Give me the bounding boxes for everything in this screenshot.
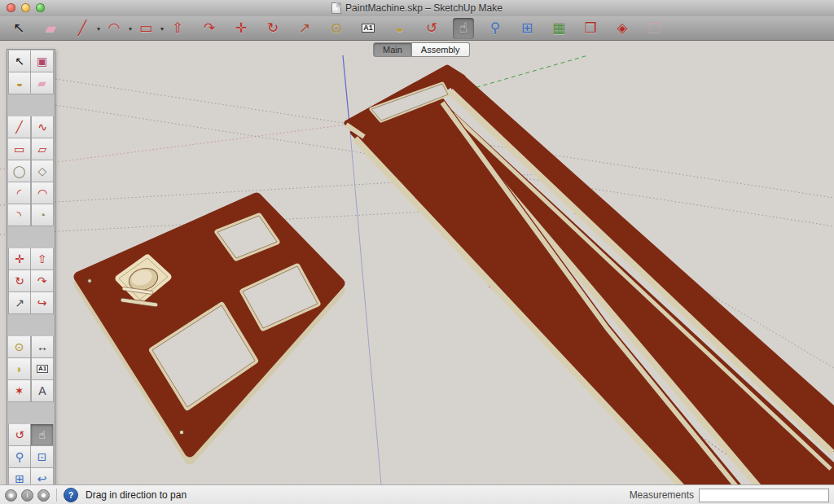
document-icon <box>331 2 341 14</box>
select-icon: ↖ <box>15 55 24 67</box>
text-icon: A1 <box>37 365 48 373</box>
rotate-button[interactable]: ↻ <box>262 18 283 39</box>
pie-tool[interactable]: ◔ <box>31 204 54 226</box>
geolocation-icon[interactable]: ◉ <box>5 489 17 502</box>
get-models-button[interactable]: ❒ <box>580 18 601 39</box>
get-models-icon: ❒ <box>584 21 596 35</box>
add-location-button[interactable]: ▦ <box>548 18 569 39</box>
zoom-window-tool[interactable]: ⊡ <box>31 446 54 468</box>
paint-bucket-icon: ◒ <box>396 21 404 35</box>
polygon-tool[interactable]: ◇ <box>31 160 54 182</box>
left-plate-part[interactable] <box>79 198 340 459</box>
scene-tabs: Main Assembly <box>373 42 470 57</box>
rotate-icon: ↻ <box>267 21 279 35</box>
tape-measure-icon: ⊙ <box>15 341 24 353</box>
scale-icon: ↗ <box>299 21 310 35</box>
model-info-icon[interactable]: i <box>21 489 33 502</box>
status-bar: ◉i☻ ? Drag in direction to pan Measureme… <box>0 484 834 504</box>
zoom-window-button[interactable] <box>36 3 45 12</box>
send-to-layout-icon: ❒ <box>647 21 660 35</box>
sign-in-icon[interactable]: ☻ <box>37 489 50 502</box>
move-icon: ✛ <box>15 253 24 265</box>
freehand-icon: ∿ <box>37 121 47 133</box>
freehand-tool[interactable]: ∿ <box>31 116 54 138</box>
tab-main[interactable]: Main <box>373 42 412 57</box>
follow-me-button[interactable]: ↷ <box>199 18 220 39</box>
paint-bucket-tool[interactable]: ◒ <box>8 72 31 94</box>
tab-assembly[interactable]: Assembly <box>412 42 470 57</box>
dropdown-arrow-icon[interactable]: ▾ <box>160 25 164 33</box>
shapes-button[interactable]: ▭▾ <box>135 18 156 39</box>
scale-button[interactable]: ↗ <box>294 18 315 39</box>
select-tool[interactable]: ↖ <box>8 50 31 72</box>
toolbar: ↖▰╱▾◠▾▭▾⇧↷✛↻↗⊙A1◒↺☝⚲⊞▦❒◈❒ <box>0 16 834 41</box>
dropdown-arrow-icon[interactable]: ▾ <box>129 25 132 33</box>
scale-tool[interactable]: ↗ <box>8 292 31 314</box>
push-pull-button[interactable]: ⇧ <box>167 18 188 39</box>
follow-me-icon: ↷ <box>37 275 47 287</box>
line-tool[interactable]: ╱ <box>8 116 31 138</box>
dimensions-tool[interactable]: ↔ <box>31 336 54 358</box>
3d-viewport[interactable]: Main Assembly ↖▣◒▰╱∿▭▱◯◇◜◠◝◔✛⇧↻↷↗↪⊙↔◗A1✶… <box>0 41 834 484</box>
text-button[interactable]: A1 <box>358 18 379 39</box>
three-point-arc-tool[interactable]: ◝ <box>8 204 31 226</box>
push-pull-icon: ⇧ <box>37 253 47 265</box>
zoom-tool[interactable]: ⚲ <box>8 446 31 468</box>
paint-bucket-button[interactable]: ◒ <box>389 18 410 39</box>
pie-icon: ◔ <box>39 209 46 221</box>
line-button[interactable]: ╱▾ <box>72 18 93 39</box>
push-pull-tool[interactable]: ⇧ <box>31 248 54 270</box>
help-icon[interactable]: ? <box>64 488 78 502</box>
tool-palette: ↖▣◒▰╱∿▭▱◯◇◜◠◝◔✛⇧↻↷↗↪⊙↔◗A1✶A↺☝⚲⊡⊞↩♙∴◉⊕ <box>7 49 55 504</box>
axes-tool[interactable]: ✶ <box>8 380 31 402</box>
rectangle-tool[interactable]: ▭ <box>8 138 31 160</box>
offset-tool[interactable]: ↪ <box>31 292 54 314</box>
rotate-icon: ↻ <box>15 275 24 287</box>
protractor-icon: ◗ <box>15 363 22 375</box>
zoom-button[interactable]: ⚲ <box>485 18 506 39</box>
3d-text-tool[interactable]: A <box>31 380 54 402</box>
follow-me-tool[interactable]: ↷ <box>31 270 54 292</box>
measurements-input[interactable] <box>699 489 829 502</box>
move-button[interactable]: ✛ <box>230 18 252 39</box>
make-component-tool[interactable]: ▣ <box>31 50 54 72</box>
orbit-button[interactable]: ↺ <box>421 18 442 39</box>
zoom-extents-button[interactable]: ⊞ <box>516 18 538 39</box>
3d-text-icon: A <box>38 385 46 397</box>
pan-button[interactable]: ☝ <box>453 18 474 39</box>
pan-icon: ☝ <box>38 429 46 440</box>
close-button[interactable] <box>7 3 15 12</box>
eraser-tool[interactable]: ▰ <box>31 72 54 94</box>
pan-tool[interactable]: ☝ <box>31 424 54 446</box>
protractor-tool[interactable]: ◗ <box>8 358 31 380</box>
palette-separator <box>8 226 54 231</box>
rotated-rectangle-tool[interactable]: ▱ <box>31 138 54 160</box>
palette-separator <box>8 94 54 99</box>
circle-tool[interactable]: ◯ <box>8 160 31 182</box>
palette-separator <box>8 314 54 319</box>
eraser-button[interactable]: ▰ <box>40 18 61 39</box>
measurements-label: Measurements <box>630 489 694 501</box>
three-point-arc-icon: ◝ <box>17 209 21 221</box>
measurements-area: Measurements <box>630 489 834 502</box>
paint-bucket-icon: ◒ <box>16 77 23 89</box>
truss-arm-part[interactable] <box>346 68 834 484</box>
scale-icon: ↗ <box>15 297 24 309</box>
tape-measure-tool[interactable]: ⊙ <box>8 336 31 358</box>
push-pull-icon: ⇧ <box>172 21 183 35</box>
arc-tool[interactable]: ◜ <box>8 182 31 204</box>
move-tool[interactable]: ✛ <box>8 248 31 270</box>
select-button[interactable]: ↖ <box>8 18 29 39</box>
dropdown-arrow-icon[interactable]: ▾ <box>97 25 100 33</box>
send-to-layout-button[interactable]: ❒ <box>643 18 665 39</box>
rotate-tool[interactable]: ↻ <box>8 270 31 292</box>
minimize-button[interactable] <box>21 3 30 12</box>
add-location-icon: ▦ <box>552 21 565 35</box>
arcs-button[interactable]: ◠▾ <box>103 18 125 39</box>
two-point-arc-tool[interactable]: ◠ <box>31 182 54 204</box>
text-tool[interactable]: A1 <box>31 358 54 380</box>
tape-measure-button[interactable]: ⊙ <box>326 18 347 39</box>
orbit-tool[interactable]: ↺ <box>8 424 31 446</box>
title-area: PaintMachine.skp – SketchUp Make <box>331 2 503 14</box>
share-model-button[interactable]: ◈ <box>612 18 633 39</box>
